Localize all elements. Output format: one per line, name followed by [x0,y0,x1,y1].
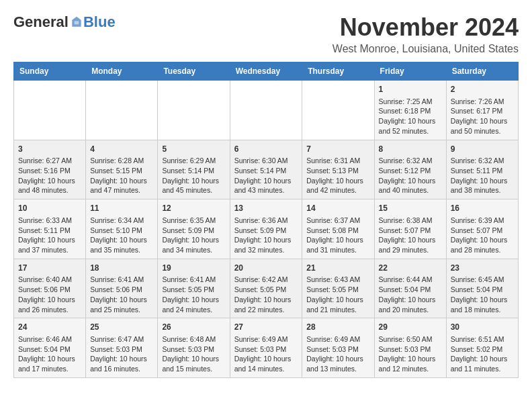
day-info: Sunset: 6:18 PM [379,106,442,116]
cell-week4-day2: 19Sunrise: 6:41 AMSunset: 5:05 PMDayligh… [158,259,230,318]
day-number: 19 [162,263,225,274]
day-info: Sunset: 5:02 PM [451,345,514,355]
day-number: 18 [90,263,153,274]
page-header: General Blue November 2024 West Monroe, … [13,13,519,55]
col-wednesday: Wednesday [230,62,302,81]
day-info: Daylight: 10 hours and 52 minutes. [379,116,442,136]
cell-week5-day1: 25Sunrise: 6:47 AMSunset: 5:03 PMDayligh… [86,318,158,378]
day-number: 25 [90,322,153,333]
day-number: 11 [90,203,153,214]
logo-general-text: General [13,13,69,31]
cell-week2-day5: 8Sunrise: 6:32 AMSunset: 5:12 PMDaylight… [374,140,446,199]
cell-week4-day6: 23Sunrise: 6:45 AMSunset: 5:04 PMDayligh… [446,259,518,318]
day-info: Daylight: 10 hours and 48 minutes. [18,176,81,195]
day-info: Sunrise: 6:27 AM [18,156,81,166]
day-info: Sunrise: 6:38 AM [379,216,442,226]
day-info: Sunset: 5:03 PM [306,345,369,355]
day-number: 3 [18,144,81,155]
day-number: 22 [379,263,442,274]
day-info: Sunset: 5:16 PM [18,166,81,176]
day-info: Daylight: 10 hours and 50 minutes. [451,116,514,136]
day-info: Daylight: 10 hours and 16 minutes. [90,354,153,373]
day-info: Daylight: 10 hours and 34 minutes. [162,235,225,255]
day-number: 30 [451,322,514,333]
day-info: Sunrise: 6:50 AM [379,334,442,345]
day-info: Daylight: 10 hours and 47 minutes. [90,176,153,195]
day-info: Sunset: 5:10 PM [90,226,153,236]
cell-week3-day0: 10Sunrise: 6:33 AMSunset: 5:11 PMDayligh… [14,199,86,259]
day-info: Sunset: 5:05 PM [162,285,225,295]
cell-week1-day1 [86,81,158,140]
day-number: 4 [90,144,153,155]
cell-week5-day4: 28Sunrise: 6:49 AMSunset: 5:03 PMDayligh… [302,318,374,378]
day-info: Sunrise: 6:32 AM [451,156,514,166]
day-number: 9 [451,144,514,155]
day-info: Sunset: 5:13 PM [306,166,369,176]
day-info: Daylight: 10 hours and 45 minutes. [162,176,225,195]
col-sunday: Sunday [14,62,86,81]
day-info: Sunset: 5:05 PM [306,285,369,295]
cell-week5-day5: 29Sunrise: 6:50 AMSunset: 5:03 PMDayligh… [374,318,446,378]
day-number: 24 [18,322,81,333]
day-info: Sunset: 5:04 PM [451,285,514,295]
day-info: Daylight: 10 hours and 29 minutes. [379,235,442,255]
day-info: Sunrise: 6:36 AM [234,216,298,226]
day-info: Daylight: 10 hours and 32 minutes. [234,235,298,255]
day-info: Sunrise: 6:31 AM [306,156,369,166]
day-info: Sunrise: 6:32 AM [379,156,442,166]
day-number: 14 [306,203,369,214]
day-info: Daylight: 10 hours and 38 minutes. [451,176,514,195]
cell-week1-day2 [158,81,230,140]
day-info: Sunset: 5:11 PM [18,226,81,236]
cell-week5-day0: 24Sunrise: 6:46 AMSunset: 5:04 PMDayligh… [14,318,86,378]
logo-icon [70,15,83,29]
day-info: Sunrise: 6:34 AM [90,216,153,226]
day-info: Daylight: 10 hours and 22 minutes. [234,295,298,314]
day-number: 12 [162,203,225,214]
day-info: Sunset: 5:15 PM [90,166,153,176]
day-info: Sunset: 6:17 PM [451,106,514,116]
day-info: Daylight: 10 hours and 43 minutes. [234,176,298,195]
day-number: 29 [379,322,442,333]
day-info: Daylight: 10 hours and 42 minutes. [306,176,369,195]
day-number: 1 [379,84,442,95]
cell-week3-day4: 14Sunrise: 6:37 AMSunset: 5:08 PMDayligh… [302,199,374,259]
cell-week3-day1: 11Sunrise: 6:34 AMSunset: 5:10 PMDayligh… [86,199,158,259]
day-info: Sunrise: 6:48 AM [162,334,225,345]
cell-week1-day4 [302,81,374,140]
day-number: 17 [18,263,81,274]
day-info: Sunrise: 6:51 AM [451,334,514,345]
day-info: Daylight: 10 hours and 18 minutes. [451,295,514,314]
day-info: Sunrise: 6:41 AM [90,275,153,285]
cell-week2-day4: 7Sunrise: 6:31 AMSunset: 5:13 PMDaylight… [302,140,374,199]
cell-week3-day3: 13Sunrise: 6:36 AMSunset: 5:09 PMDayligh… [230,199,302,259]
day-info: Sunrise: 6:35 AM [162,216,225,226]
day-number: 6 [234,144,298,155]
day-info: Sunrise: 7:26 AM [451,97,514,107]
day-info: Sunset: 5:05 PM [234,285,298,295]
col-thursday: Thursday [302,62,374,81]
day-info: Sunset: 5:06 PM [18,285,81,295]
week-row-5: 24Sunrise: 6:46 AMSunset: 5:04 PMDayligh… [14,318,519,378]
day-number: 26 [162,322,225,333]
day-info: Daylight: 10 hours and 35 minutes. [90,235,153,255]
day-info: Sunset: 5:12 PM [379,166,442,176]
day-info: Sunset: 5:09 PM [234,226,298,236]
month-title: November 2024 [332,13,519,42]
day-number: 2 [451,84,514,95]
cell-week4-day3: 20Sunrise: 6:42 AMSunset: 5:05 PMDayligh… [230,259,302,318]
day-number: 8 [379,144,442,155]
day-info: Sunrise: 7:25 AM [379,97,442,107]
day-number: 13 [234,203,298,214]
day-info: Daylight: 10 hours and 40 minutes. [379,176,442,195]
col-tuesday: Tuesday [158,62,230,81]
week-row-2: 3Sunrise: 6:27 AMSunset: 5:16 PMDaylight… [14,140,519,199]
cell-week2-day1: 4Sunrise: 6:28 AMSunset: 5:15 PMDaylight… [86,140,158,199]
day-info: Sunrise: 6:44 AM [379,275,442,285]
day-info: Sunrise: 6:49 AM [234,334,298,345]
day-info: Sunset: 5:14 PM [234,166,298,176]
cell-week3-day5: 15Sunrise: 6:38 AMSunset: 5:07 PMDayligh… [374,199,446,259]
day-info: Sunrise: 6:41 AM [162,275,225,285]
col-monday: Monday [86,62,158,81]
cell-week5-day6: 30Sunrise: 6:51 AMSunset: 5:02 PMDayligh… [446,318,518,378]
